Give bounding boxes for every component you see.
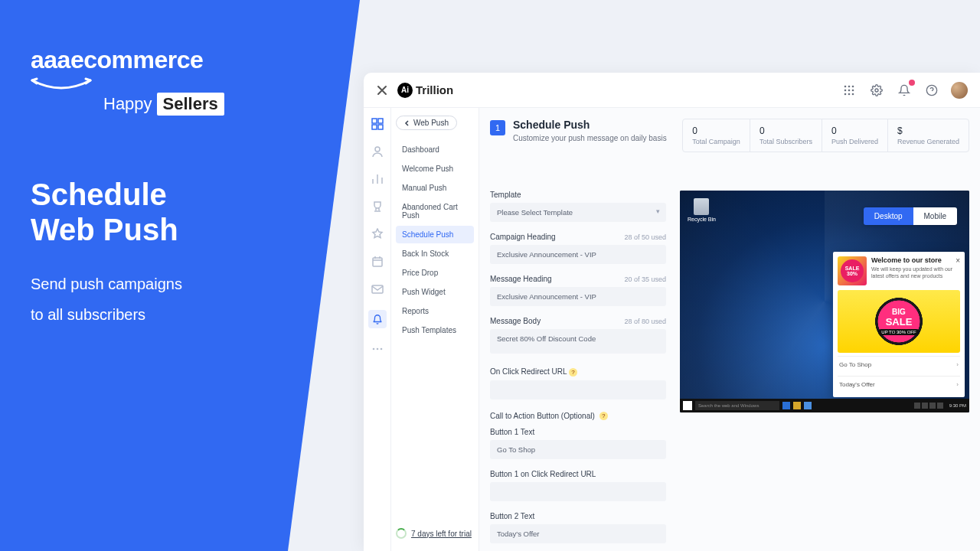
form-column: Template Campaign Heading28 of 50 used M… xyxy=(490,191,666,551)
apps-grid-icon[interactable] xyxy=(841,82,858,99)
logo-swoosh xyxy=(31,79,260,90)
campaign-heading-counter: 28 of 50 used xyxy=(624,233,666,241)
preview-panel: Recycle Bin Desktop Mobile SALE30% Welco… xyxy=(680,191,969,412)
close-icon[interactable] xyxy=(376,84,388,96)
nav-reports[interactable]: Reports xyxy=(396,302,474,320)
tagline-happy: Happy xyxy=(103,94,152,114)
settings-gear-icon[interactable] xyxy=(868,82,885,99)
btn1-url-input[interactable] xyxy=(490,482,666,501)
hero-title: Schedule Web Push xyxy=(31,177,329,247)
hero-logo: aaaecommerce xyxy=(31,46,329,74)
nav-welcome-push[interactable]: Welcome Push xyxy=(396,160,474,178)
hero-title-l2: Web Push xyxy=(31,213,178,246)
rail-bell-icon[interactable] xyxy=(368,310,387,328)
notif-button-1[interactable]: Go To Shop› xyxy=(838,356,960,373)
app-window: Ai Trillion Web Push Dashb xyxy=(364,73,980,551)
preview-frame: Recycle Bin Desktop Mobile SALE30% Welco… xyxy=(680,191,969,412)
svg-point-9 xyxy=(875,89,878,92)
nav-push-templates[interactable]: Push Templates xyxy=(396,321,474,339)
rail-user-icon[interactable] xyxy=(371,145,384,158)
message-heading-input[interactable] xyxy=(490,287,666,306)
notif-title: Welcome to our store xyxy=(871,256,960,264)
message-heading-label: Message Heading xyxy=(490,275,552,283)
notifications-bell-icon[interactable] xyxy=(896,82,913,99)
nav-manual-push[interactable]: Manual Push xyxy=(396,179,474,197)
page-subtitle: Customize your push message on daily bas… xyxy=(513,134,667,142)
stat-total-campaign: 0Total Campaign xyxy=(683,119,750,152)
page-title-box: 1 Schedule Push Customize your push mess… xyxy=(490,119,667,142)
cta-section-label: Call to Action Button (Optional) ? xyxy=(490,412,666,420)
help-icon[interactable] xyxy=(923,82,940,99)
svg-rect-15 xyxy=(378,125,383,129)
notif-button-2[interactable]: Today's Offer› xyxy=(838,376,960,393)
app-brand: Ai Trillion xyxy=(397,83,453,98)
tagline-sellers: Sellers xyxy=(157,93,224,116)
svg-point-4 xyxy=(848,89,851,91)
svg-rect-18 xyxy=(372,285,383,293)
help-tip-icon[interactable]: ? xyxy=(599,412,608,420)
trial-progress-icon xyxy=(396,528,407,539)
svg-point-21 xyxy=(380,348,382,350)
svg-rect-12 xyxy=(372,119,377,123)
template-select[interactable] xyxy=(490,203,666,222)
campaign-heading-input[interactable] xyxy=(490,245,666,264)
rail-mail-icon[interactable] xyxy=(371,282,384,296)
nav-back-in-stock[interactable]: Back In Stock xyxy=(396,245,474,262)
preview-device-tabs: Desktop Mobile xyxy=(864,207,957,225)
svg-point-19 xyxy=(372,348,374,350)
taskbar-clock: 9:30 PM xyxy=(949,403,966,408)
task-icon xyxy=(793,402,801,409)
rail-more-icon[interactable] xyxy=(371,342,384,356)
svg-point-3 xyxy=(844,89,847,91)
btn1-text-input[interactable] xyxy=(490,440,666,459)
hero-sub-l1: Send push campaigns xyxy=(31,276,182,292)
svg-point-1 xyxy=(848,85,851,87)
rail-star-icon[interactable] xyxy=(371,227,384,241)
campaign-heading-label: Campaign Heading xyxy=(490,233,556,241)
back-button[interactable]: Web Push xyxy=(396,116,457,130)
windows-taskbar: Search the web and Windows 9:30 PM xyxy=(680,399,969,412)
hero-panel: aaaecommerce Happy Sellers Schedule Web … xyxy=(0,0,360,551)
rail-calendar-icon[interactable] xyxy=(371,255,384,269)
nav-schedule-push[interactable]: Schedule Push xyxy=(396,226,474,243)
windows-start-icon xyxy=(683,401,692,410)
notif-close-icon[interactable]: × xyxy=(956,256,960,265)
rail-trophy-icon[interactable] xyxy=(371,200,384,214)
nav-price-drop[interactable]: Price Drop xyxy=(396,264,474,282)
user-avatar[interactable] xyxy=(951,82,968,99)
topbar: Ai Trillion xyxy=(364,73,980,108)
message-body-input[interactable] xyxy=(490,329,666,354)
taskbar-search: Search the web and Windows xyxy=(695,401,779,410)
redirect-url-input[interactable] xyxy=(490,380,666,399)
help-tip-icon[interactable]: ? xyxy=(569,368,577,377)
icon-rail xyxy=(364,108,391,551)
svg-point-7 xyxy=(848,93,851,95)
message-heading-counter: 20 of 35 used xyxy=(624,276,666,283)
brand-name: Trillion xyxy=(416,83,453,96)
btn2-text-input[interactable] xyxy=(490,524,666,543)
nav-abandoned-cart[interactable]: Abandoned Cart Push xyxy=(396,198,474,224)
svg-point-20 xyxy=(376,348,378,350)
side-nav: Web Push Dashboard Welcome Push Manual P… xyxy=(391,108,479,551)
svg-rect-14 xyxy=(372,125,377,129)
rail-analytics-icon[interactable] xyxy=(371,172,384,186)
svg-point-2 xyxy=(852,85,854,87)
task-icon xyxy=(782,402,790,409)
stats-bar: 0Total Campaign 0Total Subscribers 0Push… xyxy=(682,119,969,152)
trial-text: 7 days left for trial xyxy=(411,530,472,538)
trial-notice[interactable]: 7 days left for trial xyxy=(396,523,474,543)
hero-subtitle: Send push campaigns to all subscribers xyxy=(31,269,329,330)
nav-dashboard[interactable]: Dashboard xyxy=(396,141,474,158)
message-body-label: Message Body xyxy=(490,317,541,325)
stat-total-subscribers: 0Total Subscribers xyxy=(750,119,822,152)
svg-point-16 xyxy=(375,147,380,152)
svg-point-5 xyxy=(852,89,854,91)
hero-title-l1: Schedule xyxy=(31,178,167,211)
tab-desktop[interactable]: Desktop xyxy=(864,207,913,225)
hero-sub-l2: to all subscribers xyxy=(31,306,145,323)
rail-dashboard-icon[interactable] xyxy=(371,117,384,131)
svg-rect-13 xyxy=(378,119,383,123)
hero-tagline: Happy Sellers xyxy=(103,93,329,116)
nav-push-widget[interactable]: Push Widget xyxy=(396,283,474,301)
tab-mobile[interactable]: Mobile xyxy=(913,207,957,225)
